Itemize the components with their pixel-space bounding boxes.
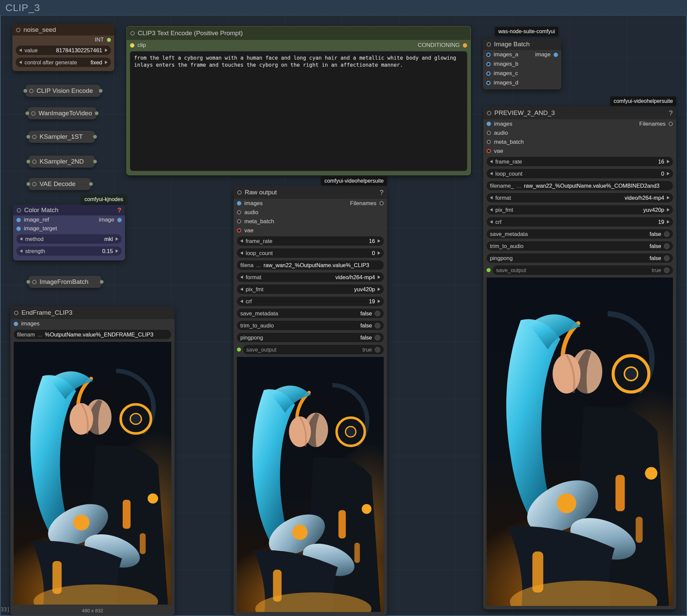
filename-widget[interactable]: filenam ... %OutputName.value%_ENDFRAME_… <box>14 330 171 339</box>
meta-batch-input-slot-dot[interactable] <box>487 140 491 144</box>
image-ref-input-slot-dot[interactable] <box>17 218 21 222</box>
collapse-toggle-icon[interactable] <box>130 31 135 36</box>
images-c-input-slot-dot[interactable] <box>486 71 491 76</box>
toggle-knob[interactable] <box>664 256 670 261</box>
node-endframe-clip3[interactable]: EndFrame_CLIP3 images filenam ... %Outpu… <box>10 306 175 615</box>
output-slot-dot[interactable] <box>95 112 98 115</box>
collapse-toggle-icon[interactable] <box>32 159 37 164</box>
prev-option-arrow-icon[interactable] <box>19 61 22 64</box>
increment-arrow-icon[interactable] <box>378 239 380 243</box>
control-after-generate-widget[interactable]: control after generate fixed <box>16 58 111 67</box>
input-slot-dot[interactable] <box>26 280 30 284</box>
image-target-input-slot-dot[interactable] <box>17 226 21 231</box>
node-header[interactable]: CLIP3 Text Encode (Positive Prompt) <box>127 26 470 40</box>
filenames-output-slot-dot[interactable] <box>669 122 673 126</box>
crf-widget[interactable]: crf 19 <box>487 217 673 226</box>
increment-arrow-icon[interactable] <box>667 172 670 175</box>
collapse-toggle-icon[interactable] <box>32 135 37 139</box>
collapsed-node-vae-decode[interactable]: VAE Decode <box>28 178 91 190</box>
trim-to-audio-toggle[interactable]: trim_to_audio false <box>487 241 673 251</box>
collapsed-node-ksampler-1st[interactable]: KSampler_1ST <box>28 131 95 143</box>
node-header[interactable]: EndFrame_CLIP3 <box>10 306 175 319</box>
frame-rate-widget[interactable]: frame_rate 16 <box>487 157 673 166</box>
decrement-arrow-icon[interactable] <box>240 300 243 303</box>
image-output-slot-dot[interactable] <box>554 52 558 57</box>
decrement-arrow-icon[interactable] <box>20 249 22 253</box>
input-slot-dot[interactable] <box>26 160 30 163</box>
output-slot-dot[interactable] <box>93 135 97 139</box>
collapse-toggle-icon[interactable] <box>16 28 20 32</box>
audio-input-slot-dot[interactable] <box>487 131 491 135</box>
seed-value-widget[interactable]: value 817841302257461 <box>16 46 111 55</box>
pingpong-toggle[interactable]: pingpong false <box>487 254 673 263</box>
increment-arrow-icon[interactable] <box>378 251 380 255</box>
group-header[interactable]: CLIP_3 <box>0 0 687 16</box>
prev-option-arrow-icon[interactable] <box>20 237 22 241</box>
output-slot-dot[interactable] <box>93 160 97 163</box>
loop-count-widget[interactable]: loop_count 0 <box>237 248 384 258</box>
help-icon[interactable]: ? <box>380 189 383 196</box>
prev-option-arrow-icon[interactable] <box>490 208 493 212</box>
collapse-toggle-icon[interactable] <box>487 42 491 47</box>
toggle-knob[interactable] <box>375 323 380 328</box>
pix-fmt-widget[interactable]: pix_fmt yuv420p <box>487 205 673 215</box>
conditioning-output-slot-dot[interactable] <box>463 43 467 48</box>
vae-input-slot-dot[interactable] <box>237 228 241 233</box>
toggle-knob[interactable] <box>664 267 670 273</box>
pix-fmt-widget[interactable]: pix_fmt yuv420p <box>237 285 384 294</box>
increment-arrow-icon[interactable] <box>378 300 380 303</box>
collapse-toggle-icon[interactable] <box>14 311 18 315</box>
node-header[interactable]: PREVIEW_2_AND_3 ? <box>483 107 676 119</box>
save-output-led-dot[interactable] <box>487 268 491 272</box>
node-raw-output[interactable]: Raw output ? images Filenames audio meta… <box>234 186 387 615</box>
input-slot-dot[interactable] <box>23 89 27 93</box>
trim-to-audio-toggle[interactable]: trim_to_audio false <box>237 321 384 330</box>
node-noise-seed[interactable]: noise_seed INT value 817841302257461 con… <box>13 24 114 71</box>
format-widget[interactable]: format video/h264-mp4 <box>487 193 673 202</box>
increment-arrow-icon[interactable] <box>667 220 670 223</box>
node-header[interactable]: noise_seed <box>13 24 114 36</box>
collapsed-node-wan-image-to-video[interactable]: WanImageToVideo <box>27 107 96 119</box>
prompt-textarea[interactable]: from the left a cyborg woman with a huma… <box>130 51 467 171</box>
collapse-toggle-icon[interactable] <box>487 111 491 115</box>
decrement-arrow-icon[interactable] <box>240 251 243 255</box>
increment-arrow-icon[interactable] <box>667 160 670 163</box>
images-a-input-slot-dot[interactable] <box>486 52 491 57</box>
images-input-slot-dot[interactable] <box>14 322 18 326</box>
clip-input-slot-dot[interactable] <box>130 43 134 48</box>
input-slot-dot[interactable] <box>26 182 30 186</box>
save-output-led-dot[interactable] <box>237 348 241 352</box>
prev-option-arrow-icon[interactable] <box>240 288 243 291</box>
node-header[interactable]: Image Batch <box>483 39 561 50</box>
collapse-toggle-icon[interactable] <box>31 111 36 116</box>
node-graph-canvas[interactable]: CLIP_3 noise_seed INT value 817841302257… <box>0 0 687 616</box>
loop-count-widget[interactable]: loop_count 0 <box>487 169 673 178</box>
collapsed-node-ksampler-2nd[interactable]: KSampler_2ND <box>28 155 95 168</box>
toggle-knob[interactable] <box>664 243 670 249</box>
pingpong-toggle[interactable]: pingpong false <box>237 333 384 342</box>
help-icon[interactable]: ? <box>669 109 672 117</box>
save-metadata-toggle[interactable]: save_metadata false <box>487 229 673 239</box>
crf-widget[interactable]: crf 19 <box>237 296 384 306</box>
node-clip-text-encode[interactable]: CLIP3 Text Encode (Positive Prompt) clip… <box>126 26 471 175</box>
toggle-knob[interactable] <box>375 311 380 316</box>
toggle-knob[interactable] <box>664 231 670 237</box>
collapse-toggle-icon[interactable] <box>17 208 21 213</box>
audio-input-slot-dot[interactable] <box>237 210 241 215</box>
decrement-arrow-icon[interactable] <box>490 220 493 223</box>
image-output-slot-dot[interactable] <box>117 218 121 222</box>
node-image-batch[interactable]: Image Batch images_a image images_b imag… <box>483 39 561 89</box>
collapse-toggle-icon[interactable] <box>237 190 242 195</box>
node-header[interactable]: Color Match ? <box>13 205 125 216</box>
collapsed-node-clip-vision-encode[interactable]: CLIP Vision Encode <box>25 85 101 97</box>
next-option-arrow-icon[interactable] <box>667 196 670 199</box>
save-output-toggle[interactable]: save_output true <box>243 345 384 354</box>
input-slot-dot[interactable] <box>26 135 30 139</box>
method-widget[interactable]: method mkl <box>17 234 121 244</box>
prev-option-arrow-icon[interactable] <box>490 196 493 199</box>
images-d-input-slot-dot[interactable] <box>486 81 491 85</box>
node-preview-2-and-3[interactable]: PREVIEW_2_AND_3 ? images Filenames audio… <box>483 107 676 609</box>
vae-input-slot-dot[interactable] <box>487 149 491 153</box>
next-option-arrow-icon[interactable] <box>378 288 380 291</box>
collapsed-node-image-from-batch[interactable]: ImageFromBatch <box>28 276 102 288</box>
